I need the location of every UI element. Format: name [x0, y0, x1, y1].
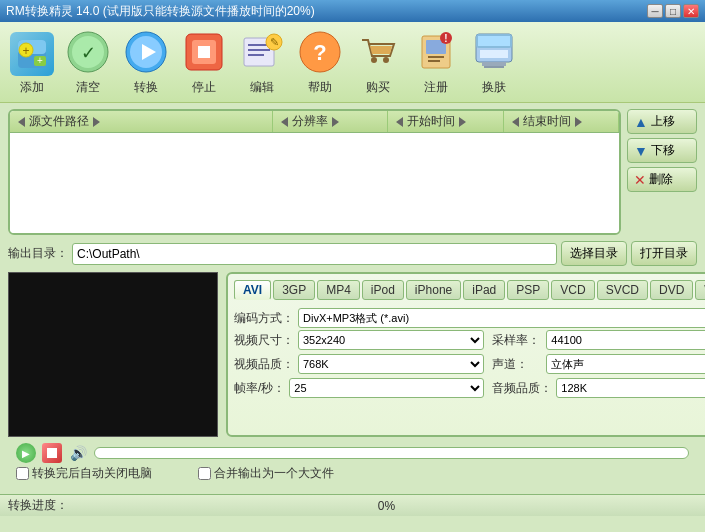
preview-area [8, 272, 218, 437]
tab-wmv[interactable]: WMV [695, 280, 705, 300]
sample-rate-row: 采样率： 44100 [492, 330, 705, 350]
header-rate: 分辨率 [273, 111, 388, 132]
auto-shutdown-checkbox[interactable]: 转换完后自动关闭电脑 [16, 465, 152, 482]
video-quality-row: 视频品质： 768K [234, 354, 484, 374]
toolbar: + + 添加 ✓ 清空 转换 [0, 22, 705, 103]
format-tabs: AVI 3GP MP4 iPod iPhone iPad PSP VCD SVC… [234, 280, 705, 300]
title-bar: RM转换精灵 14.0 (试用版只能转换源文件播放时间的20%) ─ □ ✕ [0, 0, 705, 22]
tab-psp[interactable]: PSP [507, 280, 549, 300]
help-button[interactable]: ? 帮助 [296, 28, 344, 96]
tab-ipod[interactable]: iPod [362, 280, 404, 300]
video-quality-select[interactable]: 768K [298, 354, 484, 374]
skin-button[interactable]: 换肤 [470, 28, 518, 96]
header-end: 结束时间 [504, 111, 619, 132]
speaker-button[interactable]: 🔊 [68, 443, 88, 463]
file-list-body[interactable] [10, 133, 619, 233]
edit-icon: ✎ [238, 28, 286, 76]
select-dir-button[interactable]: 选择目录 [561, 241, 627, 266]
audio-quality-row: 音频品质： 128K [492, 378, 705, 398]
video-size-label: 视频尺寸： [234, 332, 294, 349]
window-controls: ─ □ ✕ [647, 4, 699, 18]
tab-iphone[interactable]: iPhone [406, 280, 461, 300]
file-list-buttons: ▲ 上移 ▼ 下移 ✕ 删除 [627, 109, 697, 235]
encoding-select[interactable]: DivX+MP3格式 (*.avi) [298, 308, 705, 328]
frame-rate-select[interactable]: 25 [289, 378, 484, 398]
svg-rect-18 [248, 54, 264, 56]
convert-icon [122, 28, 170, 76]
audio-quality-select[interactable]: 128K [556, 378, 705, 398]
status-bar: 转换进度： 0% [0, 494, 705, 516]
add-button[interactable]: + + 添加 [10, 32, 54, 96]
svg-text:✓: ✓ [81, 43, 96, 63]
buy-label: 购买 [366, 79, 390, 96]
down-icon: ▼ [634, 143, 648, 159]
tab-3gp[interactable]: 3GP [273, 280, 315, 300]
svg-rect-36 [482, 62, 506, 66]
buy-icon [354, 28, 402, 76]
delete-button[interactable]: ✕ 删除 [627, 167, 697, 192]
convert-label: 转换 [134, 79, 158, 96]
stop-icon [180, 28, 228, 76]
svg-text:!: ! [444, 33, 447, 44]
svg-text:?: ? [313, 40, 326, 65]
open-dir-button[interactable]: 打开目录 [631, 241, 697, 266]
svg-text:+: + [22, 44, 29, 58]
buy-button[interactable]: 购买 [354, 28, 402, 96]
output-dir-label: 输出目录： [8, 245, 68, 262]
checkbox-row: 转换完后自动关闭电脑 合并输出为一个大文件 [8, 463, 697, 484]
close-button[interactable]: ✕ [683, 4, 699, 18]
encoding-row: 编码方式： DivX+MP3格式 (*.avi) [234, 308, 705, 328]
file-list-section: 源文件路径 分辨率 开始时间 结束时间 [8, 109, 697, 235]
video-size-select[interactable]: 352x240 [298, 330, 484, 350]
skin-icon [470, 28, 518, 76]
auto-shutdown-input[interactable] [16, 467, 29, 480]
tab-svcd[interactable]: SVCD [597, 280, 648, 300]
arrow-left2-icon [281, 117, 288, 127]
sample-rate-label: 采样率： [492, 332, 542, 349]
arrow-right-icon [93, 117, 100, 127]
settings-area: AVI 3GP MP4 iPod iPhone iPad PSP VCD SVC… [226, 272, 705, 437]
file-list-container: 源文件路径 分辨率 开始时间 结束时间 [8, 109, 621, 235]
minimize-button[interactable]: ─ [647, 4, 663, 18]
edit-button[interactable]: ✎ 编辑 [238, 28, 286, 96]
tab-vcd[interactable]: VCD [551, 280, 594, 300]
merge-output-input[interactable] [198, 467, 211, 480]
stop-label: 停止 [192, 79, 216, 96]
window-title: RM转换精灵 14.0 (试用版只能转换源文件播放时间的20%) [6, 3, 315, 20]
progress-bar-container [94, 447, 689, 459]
arrow-left4-icon [512, 117, 519, 127]
tab-avi[interactable]: AVI [234, 280, 271, 300]
add-icon: + + [10, 32, 54, 76]
header-start: 开始时间 [388, 111, 503, 132]
tab-ipad[interactable]: iPad [463, 280, 505, 300]
channel-label: 声道： [492, 356, 542, 373]
svg-rect-27 [428, 56, 444, 58]
clear-button[interactable]: ✓ 清空 [64, 28, 112, 96]
move-up-button[interactable]: ▲ 上移 [627, 109, 697, 134]
tab-dvd[interactable]: DVD [650, 280, 693, 300]
maximize-button[interactable]: □ [665, 4, 681, 18]
convert-button[interactable]: 转换 [122, 28, 170, 96]
svg-point-23 [371, 57, 377, 63]
status-label: 转换进度： [8, 497, 68, 514]
channel-select[interactable]: 立体声 [546, 354, 705, 374]
stop-button[interactable]: 停止 [180, 28, 228, 96]
merge-output-checkbox[interactable]: 合并输出为一个大文件 [198, 465, 334, 482]
svg-rect-34 [480, 50, 508, 58]
clear-icon: ✓ [64, 28, 112, 76]
reg-icon: ! [412, 28, 460, 76]
audio-quality-label: 音频品质： [492, 380, 552, 397]
reg-button[interactable]: ! 注册 [412, 28, 460, 96]
move-down-button[interactable]: ▼ 下移 [627, 138, 697, 163]
stop-preview-button[interactable] [42, 443, 62, 463]
tab-mp4[interactable]: MP4 [317, 280, 360, 300]
output-dir-input[interactable] [72, 243, 557, 265]
frame-rate-label: 帧率/秒： [234, 380, 285, 397]
svg-text:✎: ✎ [270, 36, 279, 48]
settings-grid: 视频尺寸： 352x240 采样率： 44100 视频品质： 768K [234, 330, 705, 398]
add-label: 添加 [20, 79, 44, 96]
play-button[interactable]: ▶ [16, 443, 36, 463]
sample-rate-select[interactable]: 44100 [546, 330, 705, 350]
help-icon: ? [296, 28, 344, 76]
arrow-right3-icon [459, 117, 466, 127]
